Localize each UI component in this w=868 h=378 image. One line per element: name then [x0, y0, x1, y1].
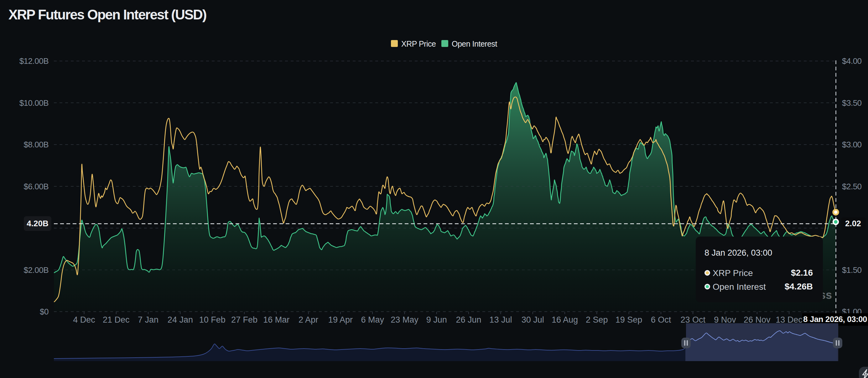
svg-text:19 Sep: 19 Sep [616, 315, 643, 324]
svg-text:2 Apr: 2 Apr [299, 315, 318, 324]
svg-text:XRP Price: XRP Price [401, 39, 436, 48]
svg-text:21 Dec: 21 Dec [103, 315, 130, 324]
svg-text:23 May: 23 May [391, 315, 418, 324]
svg-text:XRP Futures Open Interest (USD: XRP Futures Open Interest (USD) [8, 7, 207, 22]
svg-text:$3.00: $3.00 [842, 140, 862, 149]
svg-text:13 Dec: 13 Dec [776, 315, 803, 324]
svg-text:6 Oct: 6 Oct [651, 315, 671, 324]
svg-text:$10.00B: $10.00B [20, 98, 49, 108]
svg-text:27 Feb: 27 Feb [231, 315, 257, 324]
svg-text:$6.00B: $6.00B [24, 182, 49, 191]
svg-text:9 Jun: 9 Jun [426, 315, 447, 324]
svg-text:$2.50: $2.50 [842, 182, 862, 191]
svg-text:$0: $0 [40, 307, 49, 316]
svg-text:19 Apr: 19 Apr [328, 315, 353, 324]
svg-text:2 Sep: 2 Sep [586, 315, 608, 324]
svg-text:24 Jan: 24 Jan [167, 315, 193, 324]
svg-text:16 Aug: 16 Aug [552, 315, 578, 324]
svg-text:8 Jan 2026, 03:00: 8 Jan 2026, 03:00 [803, 314, 867, 324]
svg-text:8 Jan 2026, 03:00: 8 Jan 2026, 03:00 [705, 248, 772, 257]
svg-text:9 Nov: 9 Nov [714, 315, 736, 324]
svg-text:13 Jul: 13 Jul [489, 315, 512, 324]
svg-text:$12.00B: $12.00B [20, 56, 49, 66]
svg-text:$4.00: $4.00 [842, 56, 862, 66]
svg-text:Open Interest: Open Interest [713, 282, 766, 291]
svg-text:$4.26B: $4.26B [785, 282, 813, 291]
svg-text:23 Oct: 23 Oct [680, 315, 706, 324]
svg-text:4 Dec: 4 Dec [73, 315, 95, 324]
svg-text:26 Jun: 26 Jun [456, 315, 482, 324]
svg-text:6 May: 6 May [361, 315, 384, 324]
svg-text:$2.00B: $2.00B [24, 265, 49, 275]
svg-text:$1.50: $1.50 [842, 265, 862, 275]
svg-text:30 Jul: 30 Jul [522, 315, 544, 324]
svg-text:$3.50: $3.50 [842, 98, 862, 108]
svg-text:Open Interest: Open Interest [452, 39, 497, 48]
svg-text:$8.00B: $8.00B [24, 140, 49, 149]
svg-text:2.02: 2.02 [845, 219, 861, 228]
svg-text:XRP Price: XRP Price [713, 268, 753, 278]
svg-text:16 Mar: 16 Mar [263, 315, 289, 324]
svg-text:$2.16: $2.16 [791, 268, 813, 278]
svg-text:26 Nov: 26 Nov [744, 315, 771, 324]
svg-text:4.20B: 4.20B [27, 219, 48, 228]
svg-text:10 Feb: 10 Feb [199, 315, 225, 324]
svg-text:7 Jan: 7 Jan [138, 315, 158, 324]
